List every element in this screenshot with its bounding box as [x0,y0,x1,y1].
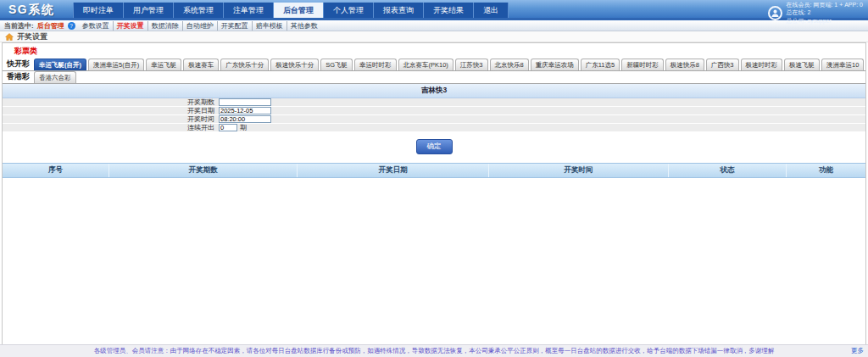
nav-tab[interactable]: 退出 [474,3,509,18]
nav-tab[interactable]: 注单管理 [224,3,274,18]
breadcrumb-bar: 当前选中: 后台管理 ? 参数设置开奖设置数据清除自动维护开奖配置赔率模板其他参… [0,20,868,31]
game-tab[interactable]: 澳洲幸运5(自开) [88,59,144,70]
game-tab[interactable]: 极速快乐8 [665,59,704,70]
game-tab[interactable]: 极速飞艇 [784,59,820,70]
game-tab[interactable]: 澳洲幸运10 [821,59,864,70]
game-tab[interactable]: 幸运时时彩 [354,59,397,70]
submenu-item[interactable]: 自动维护 [183,21,218,31]
hk-game-tabs: 香港六合彩 [34,71,78,83]
table-column-header: 序号 [3,164,109,177]
results-table-header: 序号开奖期数开奖日期开奖时间状态功能 [3,163,865,178]
game-tab[interactable]: 广东快乐十分 [220,59,269,70]
game-tab[interactable]: 极速快乐十分 [270,59,319,70]
nav-tab[interactable]: 报表查询 [374,3,424,18]
game-tab[interactable]: 广西快3 [706,59,739,70]
nav-tab[interactable]: 开奖结果 [424,3,474,18]
table-column-header: 开奖日期 [298,164,489,177]
hk-lottery-row: 香港彩 香港六合彩 [3,71,865,84]
game-tab[interactable]: 极速时时彩 [741,59,783,70]
table-column-header: 状态 [669,164,787,177]
app-header: SG系统 即时注单用户管理系统管理注单管理后台管理个人管理报表查询开奖结果退出 … [0,0,868,20]
app-title: SG系统 [8,3,54,18]
footer-notice: 各级管理员、会员请注意：由于网络存在不稳定因素，请各位对每日台盘站数据库行备份或… [94,347,775,354]
game-tab[interactable]: 江苏快3 [455,59,488,70]
current-module-name: 后台管理 [37,21,64,31]
table-column-header: 开奖时间 [489,164,669,177]
consecutive-draw-label: 连续开出 [3,123,219,132]
draw-time-input[interactable] [219,115,271,123]
consecutive-draw-input[interactable] [219,124,237,131]
nav-tab[interactable]: 即时注单 [73,3,124,18]
home-icon [5,33,14,41]
game-tab[interactable]: 新疆时时彩 [621,59,664,70]
nav-tab[interactable]: 用户管理 [124,3,174,18]
submenu-item[interactable]: 开奖设置 [114,21,148,31]
consecutive-draw-suffix: 期 [240,123,247,132]
draw-form-title: 吉林快3 [3,84,865,98]
quick-lottery-row: 快开彩 幸运飞艇(自开)澳洲幸运5(自开)幸运飞艇极速赛车广东快乐十分极速快乐十… [3,59,865,71]
submenu-item[interactable]: 其他参数 [287,21,321,31]
draw-period-input[interactable] [219,98,271,106]
game-tab[interactable]: 广东11选5 [581,59,620,70]
footer-bar: 各级管理员、会员请注意：由于网络存在不稳定因素，请各位对每日台盘站数据库行备份或… [0,344,868,357]
nav-tab[interactable]: 系统管理 [174,3,224,18]
game-tab[interactable]: 重庆幸运农场 [531,59,579,70]
page-title: 开奖设置 [17,31,47,42]
user-info-panel: 在线会员: 网页端: 1 + APP: 0 总在线: 2 总公司: sysupp… [768,1,863,25]
game-tab[interactable]: 幸运飞艇(自开) [34,59,86,70]
submenu-item[interactable]: 数据清除 [148,21,183,31]
help-icon[interactable]: ? [68,22,75,30]
page-title-bar: 开奖设置 [0,31,868,42]
results-table-body [3,178,865,344]
user-stats: 在线会员: 网页端: 1 + APP: 0 总在线: 2 总公司: sysupp… [787,1,863,25]
hk-group-label: 香港彩 [7,71,30,82]
game-tab[interactable]: 北京赛车(PK10) [398,59,453,70]
more-link[interactable]: 更多 [851,345,864,357]
quick-game-tabs: 幸运飞艇(自开)澳洲幸运5(自开)幸运飞艇极速赛车广东快乐十分极速快乐十分SG飞… [34,59,865,70]
submenu-item[interactable]: 赔率模板 [253,21,287,31]
submenu-item[interactable]: 开奖配置 [218,21,253,31]
table-column-header: 开奖期数 [109,164,298,177]
user-avatar-icon [768,6,782,20]
table-column-header: 功能 [787,164,865,177]
submenu-item[interactable]: 参数设置 [79,21,114,31]
draw-date-input[interactable] [219,107,271,114]
page-root: SG系统 即时注单用户管理系统管理注单管理后台管理个人管理报表查询开奖结果退出 … [0,0,868,357]
game-tab[interactable]: 极速赛车 [183,59,219,70]
confirm-button[interactable]: 确定 [416,139,453,154]
quick-group-label: 快开彩 [7,59,30,70]
game-tab[interactable]: 北京快乐8 [490,59,529,70]
game-tab[interactable]: 幸运飞艇 [146,59,181,70]
submenu: 参数设置开奖设置数据清除自动维护开奖配置赔率模板其他参数 [79,21,321,31]
game-tab[interactable]: SG飞艇 [320,59,353,70]
total-online-text: 总在线: 2 [787,8,863,16]
nav-tab[interactable]: 后台管理 [274,3,324,18]
category-label: 彩票类 [3,43,865,59]
consecutive-draw-row: 连续开出 期 [3,124,865,132]
nav-tab[interactable]: 个人管理 [324,3,374,18]
content-panel: 彩票类 快开彩 幸运飞艇(自开)澳洲幸运5(自开)幸运飞艇极速赛车广东快乐十分极… [2,42,866,344]
form-actions: 确定 [3,132,865,159]
company-text: 总公司: sysupper [787,17,863,25]
current-selected-label: 当前选中: [4,21,34,31]
main-nav: 即时注单用户管理系统管理注单管理后台管理个人管理报表查询开奖结果退出 [73,3,509,18]
online-members-text: 在线会员: 网页端: 1 + APP: 0 [787,1,863,8]
game-tab[interactable]: 香港六合彩 [34,71,76,83]
